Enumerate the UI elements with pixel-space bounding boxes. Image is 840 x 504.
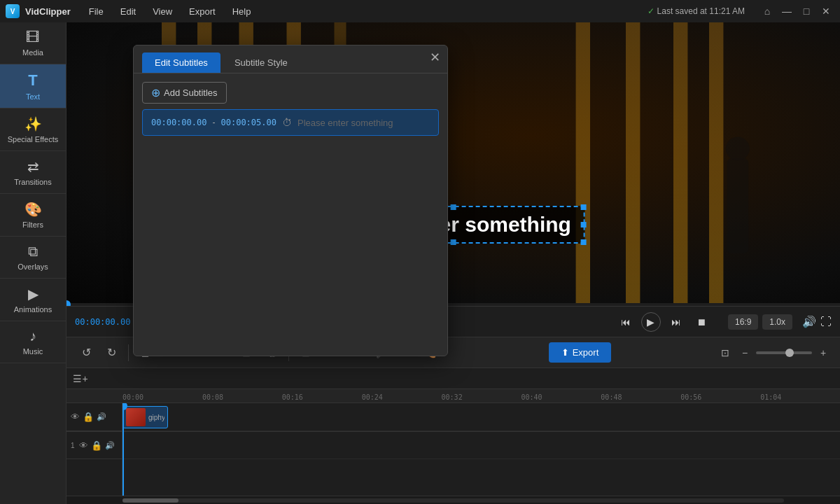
svg-rect-5 — [709, 22, 723, 306]
track-lock-icon-2[interactable]: 🔒 — [91, 440, 102, 451]
subtitle-row[interactable]: 00:00:00.00 - 00:00:05.00 ⏱ Please enter… — [142, 109, 439, 136]
current-time-display: 00:00:00.00 — [75, 317, 130, 327]
svg-rect-8 — [576, 22, 590, 306]
ruler-mark-5: 00:40 — [521, 393, 601, 401]
track-row-1: giphy... — [122, 403, 840, 431]
zoom-fit-button[interactable]: ⊡ — [717, 344, 734, 361]
svg-point-11 — [726, 136, 750, 160]
sidebar-item-overlays[interactable]: ⧉ Overlays — [0, 237, 66, 279]
maximize-button[interactable]: □ — [798, 3, 815, 20]
playhead[interactable] — [122, 403, 124, 496]
track-visibility-icon-1[interactable]: 👁 — [71, 412, 80, 422]
ruler-offset — [66, 389, 122, 402]
handle-tr[interactable] — [581, 204, 587, 210]
zoom-out-button[interactable]: − — [736, 344, 753, 361]
menu-export[interactable]: Export — [182, 5, 223, 18]
window-controls: ⌂ — □ ✕ — [759, 3, 834, 20]
speed-button[interactable]: 1.0x — [762, 314, 792, 330]
check-icon: ✓ — [648, 6, 654, 16]
video-clip[interactable]: giphy... — [122, 406, 168, 428]
track-visibility-icon-2[interactable]: 👁 — [79, 440, 88, 451]
undo-button[interactable]: ↺ — [75, 342, 97, 364]
svg-rect-6 — [673, 22, 687, 306]
text-icon: T — [28, 71, 37, 90]
svg-rect-7 — [626, 22, 640, 306]
subtitle-time-start: 00:00:00.00 — [151, 118, 206, 127]
aspect-ratio-button[interactable]: 16:9 — [728, 314, 758, 330]
close-button[interactable]: ✕ — [818, 3, 834, 20]
timeline-header: ☰+ — [66, 368, 840, 389]
clock-icon[interactable]: ⏱ — [282, 117, 292, 128]
zoom-slider-thumb[interactable] — [785, 349, 794, 357]
handle-bm[interactable] — [450, 239, 456, 245]
timeline-scrollbar — [66, 496, 840, 504]
track-lock-icon-1[interactable]: 🔒 — [83, 412, 94, 422]
home-button[interactable]: ⌂ — [759, 3, 776, 20]
timeline: ☰+ 00:00 00:08 00:16 00:24 00:32 00:40 0… — [66, 368, 840, 504]
track-row-2 — [122, 431, 840, 459]
time-dash: - — [212, 118, 215, 127]
track-header-1: 👁 🔒 🔊 — [66, 403, 122, 431]
scrollbar-thumb[interactable] — [122, 498, 178, 503]
ruler-mark-3: 00:24 — [362, 393, 442, 401]
zoom-in-button[interactable]: + — [815, 344, 832, 361]
menu-edit[interactable]: Edit — [113, 5, 143, 18]
menu-help[interactable]: Help — [225, 5, 258, 18]
sidebar-item-transitions[interactable]: ⇄ Transitions — [0, 151, 66, 194]
volume-button[interactable]: 🔊 — [802, 315, 816, 328]
redo-button[interactable]: ↻ — [100, 342, 122, 364]
ruler-mark-8: 01:04 — [760, 393, 840, 401]
ruler-marks: 00:00 00:08 00:16 00:24 00:32 00:40 00:4… — [122, 389, 840, 402]
sidebar-item-filters[interactable]: 🎨 Filters — [0, 194, 66, 237]
subtitle-time-end: 00:00:05.00 — [220, 118, 276, 127]
stop-button[interactable]: ⏹ — [692, 312, 711, 332]
add-subtitles-button[interactable]: ⊕ Add Subtitles — [142, 82, 227, 104]
sidebar-item-media[interactable]: 🎞 Media — [0, 22, 66, 64]
scrollbar-track[interactable] — [122, 498, 784, 503]
sidebar-item-special-effects[interactable]: ✨ Special Effects — [0, 108, 66, 151]
minimize-button[interactable]: — — [778, 3, 795, 20]
media-icon: 🎞 — [26, 29, 40, 46]
clip-thumbnail — [126, 408, 146, 426]
overlays-icon: ⧉ — [28, 244, 38, 260]
titlebar: V VidClipper File Edit View Export Help … — [0, 0, 840, 22]
track-header-2: 1 👁 🔒 🔊 — [66, 431, 122, 459]
play-button[interactable]: ▶ — [641, 312, 661, 332]
filters-icon: 🎨 — [24, 201, 42, 218]
handle-mr[interactable] — [581, 222, 587, 227]
zoom-slider[interactable] — [756, 351, 812, 354]
plus-icon: ⊕ — [151, 86, 160, 99]
timeline-add-track-button[interactable]: ☰+ — [72, 370, 89, 387]
handle-tm[interactable] — [450, 204, 456, 210]
fullscreen-button[interactable]: ⛶ — [820, 316, 832, 328]
timeline-ruler: 00:00 00:08 00:16 00:24 00:32 00:40 00:4… — [66, 389, 840, 403]
app-name: VidClipper — [25, 6, 71, 17]
export-button[interactable]: ⬆ Export — [549, 342, 612, 363]
menu-bar: File Edit View Export Help — [82, 5, 258, 18]
menu-view[interactable]: View — [146, 5, 179, 18]
dialog-close-button[interactable]: ✕ — [430, 51, 440, 64]
track-audio-icon-2[interactable]: 🔊 — [105, 441, 115, 450]
sidebar-item-text[interactable]: T Text — [0, 64, 66, 108]
sidebar-item-music[interactable]: ♪ Music — [0, 321, 66, 363]
toolbar-separator-1 — [128, 344, 129, 361]
export-icon: ⬆ — [561, 347, 569, 358]
svg-rect-10 — [727, 158, 749, 253]
track-number-2: 1 — [71, 442, 75, 449]
menu-file[interactable]: File — [82, 5, 111, 18]
animations-icon: ▶ — [28, 286, 38, 302]
special-effects-icon: ✨ — [24, 115, 42, 132]
saved-status: ✓ Last saved at 11:21 AM — [648, 6, 745, 16]
sidebar-item-animations[interactable]: ▶ Animations — [0, 279, 66, 321]
ruler-mark-1: 00:08 — [202, 393, 282, 401]
dialog-tab-bar: Edit Subtitles Subtitle Style — [134, 46, 447, 74]
tab-edit-subtitles[interactable]: Edit Subtitles — [142, 52, 220, 73]
track-audio-icon-1[interactable]: 🔊 — [97, 412, 106, 421]
transitions-icon: ⇄ — [27, 158, 39, 175]
ruler-mark-7: 00:56 — [680, 393, 760, 401]
rewind-button[interactable]: ⏮ — [616, 312, 636, 332]
forward-button[interactable]: ⏭ — [666, 312, 686, 332]
handle-br[interactable] — [581, 239, 587, 245]
tab-subtitle-style[interactable]: Subtitle Style — [222, 52, 300, 73]
sidebar: 🎞 Media T Text ✨ Special Effects ⇄ Trans… — [0, 22, 66, 504]
